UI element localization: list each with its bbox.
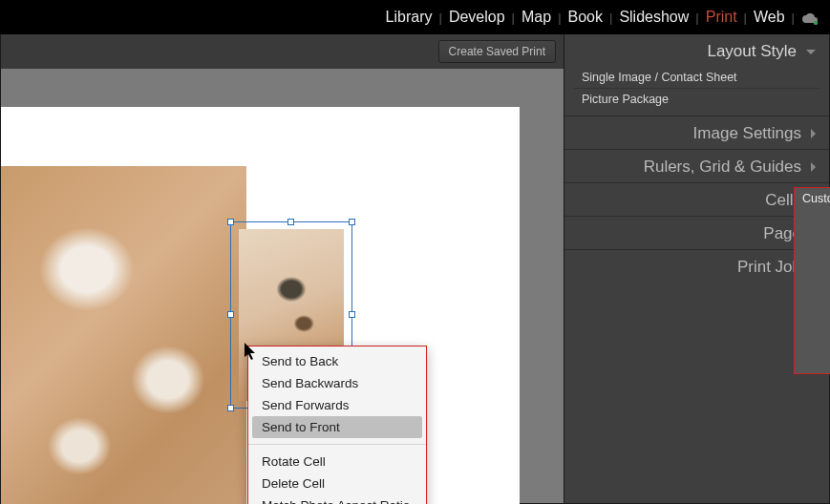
module-picker: Library | Develop | Map | Book | Slidesh… — [0, 0, 830, 34]
chevron-left-icon — [811, 129, 816, 138]
resize-handle-tl[interactable] — [227, 219, 234, 225]
panel-header-layout-style[interactable]: Layout Style — [564, 34, 829, 67]
menu-separator — [248, 444, 426, 445]
layout-option-single[interactable]: Single Image / Contact Sheet — [574, 67, 819, 88]
menu-send-forwards[interactable]: Send Forwards — [248, 394, 426, 416]
svg-point-0 — [814, 21, 818, 25]
context-menu: Send to Back Send Backwards Send Forward… — [247, 346, 427, 504]
print-canvas-area: Create Saved Print Send to Back Send — [0, 34, 564, 504]
module-print[interactable]: Print — [700, 9, 743, 26]
canvas-viewport[interactable]: Send to Back Send Backwards Send Forward… — [1, 69, 564, 503]
menu-send-to-front[interactable]: Send to Front — [252, 416, 422, 438]
panel-header-image-settings[interactable]: Image Settings — [564, 116, 829, 149]
chevron-left-icon — [811, 162, 816, 172]
resize-handle-bl[interactable] — [227, 405, 234, 411]
menu-delete-cell[interactable]: Delete Cell — [248, 472, 426, 494]
panel-header-cells[interactable]: Cells — [564, 182, 829, 216]
create-saved-print-button[interactable]: Create Saved Print — [438, 40, 556, 63]
layout-option-picture-package[interactable]: Picture Package — [574, 88, 819, 110]
sync-cloud-icon[interactable] — [801, 11, 819, 23]
module-web[interactable]: Web — [748, 9, 791, 26]
module-library[interactable]: Library — [380, 9, 438, 26]
resize-handle-mr[interactable] — [349, 311, 355, 318]
panel-header-rulers-grid[interactable]: Rulers, Grid & Guides — [564, 149, 829, 182]
module-map[interactable]: Map — [516, 9, 557, 26]
menu-send-backwards[interactable]: Send Backwards — [248, 372, 426, 394]
layout-style-options: Single Image / Contact Sheet Picture Pac… — [564, 67, 829, 116]
menu-match-aspect[interactable]: Match Photo Aspect Ratio — [248, 494, 426, 504]
module-slideshow[interactable]: Slideshow — [613, 9, 694, 26]
right-panel: Layout Style Single Image / Contact Shee… — [564, 34, 830, 504]
resize-handle-ml[interactable] — [227, 311, 234, 318]
chevron-down-icon — [806, 50, 816, 54]
photo-cell-1[interactable] — [1, 166, 246, 504]
layout-option-custom-package[interactable]: Custom Package — [794, 187, 830, 374]
resize-handle-tr[interactable] — [349, 219, 355, 225]
module-book[interactable]: Book — [563, 9, 608, 26]
resize-handle-tm[interactable] — [287, 219, 294, 225]
module-develop[interactable]: Develop — [443, 9, 511, 26]
panel-header-print-job[interactable]: Print Job — [564, 249, 829, 283]
menu-send-to-back[interactable]: Send to Back — [248, 350, 426, 372]
menu-rotate-cell[interactable]: Rotate Cell — [248, 451, 426, 472]
panel-header-page[interactable]: Page — [564, 216, 829, 249]
